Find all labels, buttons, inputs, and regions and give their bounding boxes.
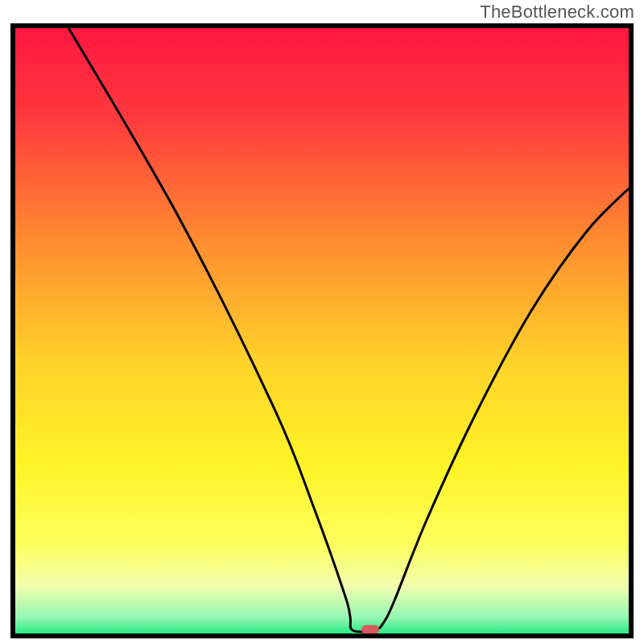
bottleneck-chart (8, 21, 636, 641)
watermark-text: TheBottleneck.com (480, 2, 634, 23)
plot-background (13, 26, 631, 636)
optimal-marker (361, 625, 379, 634)
chart-container: TheBottleneck.com (0, 0, 644, 644)
